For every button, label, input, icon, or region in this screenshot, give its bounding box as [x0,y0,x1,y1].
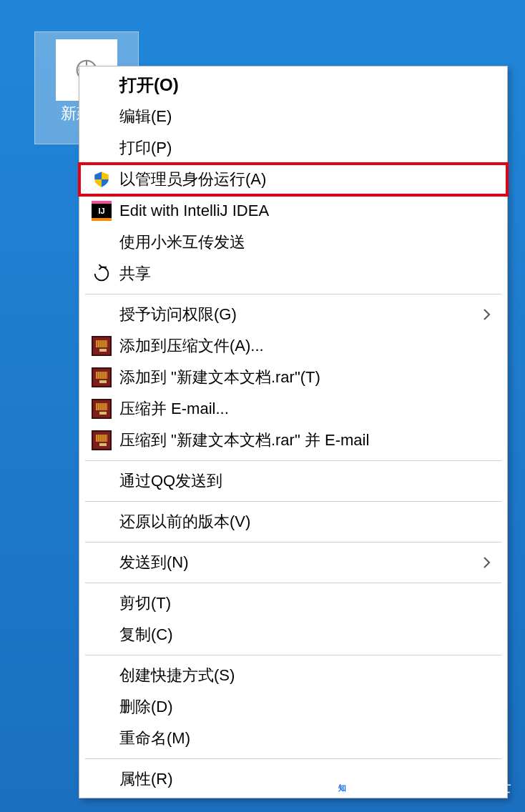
menu-label-compress-email: 压缩并 E-mail... [117,398,494,420]
menu-item-share[interactable]: 共享 [79,258,507,289]
menu-label-open: 打开(O) [117,74,494,96]
winrar-icon [87,336,117,356]
menu-separator [85,294,501,294]
menu-item-cut[interactable]: 剪切(T) [79,588,507,619]
context-menu: 打开(O) 编辑(E) 打印(P) 以管理员身份运行(A) IJ Edit wi… [79,66,508,798]
menu-item-compress-email[interactable]: 压缩并 E-mail... [79,393,507,425]
winrar-icon [87,367,117,387]
menu-item-rename[interactable]: 重命名(M) [79,723,507,754]
menu-item-add-to-named-archive[interactable]: 添加到 "新建文本文档.rar"(T) [79,362,507,393]
menu-separator [85,542,501,543]
menu-item-grant-access[interactable]: 授予访问权限(G) [79,299,507,330]
chevron-right-icon [480,556,494,569]
menu-item-delete[interactable]: 删除(D) [79,691,507,723]
winrar-icon [87,399,117,419]
menu-label-cut: 剪切(T) [117,593,494,614]
intellij-icon: IJ [87,201,117,221]
menu-item-edit-intellij[interactable]: IJ Edit with IntelliJ IDEA [79,195,507,227]
menu-label-edit-intellij: Edit with IntelliJ IDEA [117,202,494,220]
menu-label-send-to: 发送到(N) [117,552,480,573]
menu-label-share: 共享 [117,263,494,284]
menu-separator [85,655,501,655]
chevron-right-icon [480,308,494,321]
menu-label-xiaomi-transfer: 使用小米互传发送 [117,232,494,253]
menu-label-add-to-archive: 添加到压缩文件(A)... [117,335,494,357]
watermark: 知 知乎 @九磅十五便士 [335,776,512,798]
menu-label-print: 打印(P) [117,137,494,159]
menu-separator [85,758,501,759]
menu-label-run-as-admin: 以管理员身份运行(A) [117,169,494,190]
menu-label-create-shortcut: 创建快捷方式(S) [117,665,494,686]
menu-item-create-shortcut[interactable]: 创建快捷方式(S) [79,660,507,691]
menu-item-copy[interactable]: 复制(C) [79,619,507,650]
menu-item-xiaomi-transfer[interactable]: 使用小米互传发送 [79,227,507,258]
menu-label-compress-to-email: 压缩到 "新建文本文档.rar" 并 E-mail [117,430,494,451]
menu-label-qq-send: 通过QQ发送到 [117,470,494,492]
menu-item-edit[interactable]: 编辑(E) [79,101,507,132]
menu-item-restore-previous[interactable]: 还原以前的版本(V) [79,506,507,538]
svg-text:知: 知 [338,783,347,792]
menu-label-copy: 复制(C) [117,624,494,645]
menu-label-rename: 重命名(M) [117,728,494,749]
menu-item-print[interactable]: 打印(P) [79,132,507,164]
winrar-icon [87,430,117,450]
menu-label-edit: 编辑(E) [117,106,494,127]
menu-label-restore-previous: 还原以前的版本(V) [117,511,494,533]
menu-item-open[interactable]: 打开(O) [79,69,507,101]
menu-label-grant-access: 授予访问权限(G) [117,304,480,325]
menu-item-compress-to-email[interactable]: 压缩到 "新建文本文档.rar" 并 E-mail [79,425,507,456]
menu-separator [85,460,501,461]
watermark-text: 知乎 @九磅十五便士 [359,778,512,796]
menu-item-add-to-archive[interactable]: 添加到压缩文件(A)... [79,330,507,362]
menu-item-run-as-admin[interactable]: 以管理员身份运行(A) [79,164,507,195]
menu-label-add-to-named: 添加到 "新建文本文档.rar"(T) [117,367,494,388]
menu-item-send-to[interactable]: 发送到(N) [79,547,507,578]
menu-separator [85,501,501,502]
share-icon [87,264,117,284]
menu-label-delete: 删除(D) [117,696,494,718]
shield-icon [87,170,117,189]
menu-separator [85,583,501,583]
menu-item-qq-send[interactable]: 通过QQ发送到 [79,465,507,497]
